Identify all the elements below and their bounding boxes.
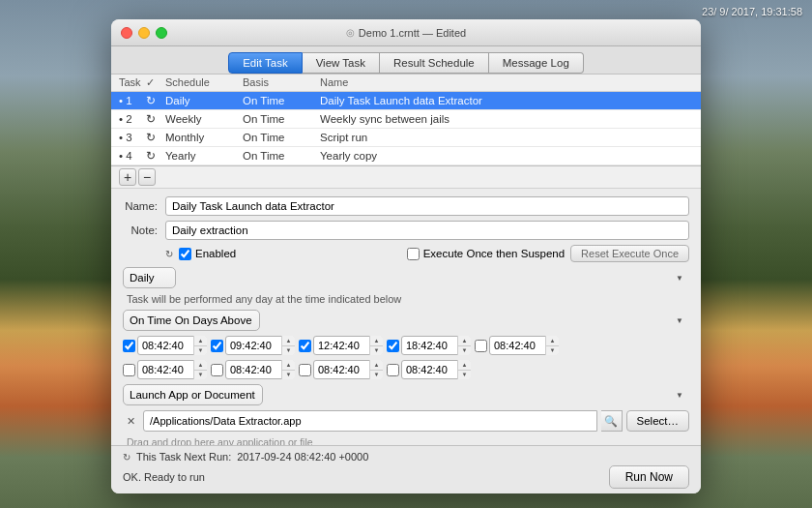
time-down-1[interactable]: ▼ [194,346,207,356]
time-item: ▲ ▼ [123,360,207,379]
time-item: ▲ ▼ [211,336,295,355]
time-stepper-5: ▲ ▼ [545,336,559,355]
status-text: OK. Ready to run [123,471,205,483]
time-item: ▲ ▼ [299,336,383,355]
time-checkbox-8[interactable] [299,364,311,376]
note-input[interactable] [165,221,689,240]
time-up-3[interactable]: ▲ [370,336,383,346]
window-title-text: Demo 1.crntt — Edited [359,27,466,39]
time-stepper-3: ▲ ▼ [369,336,383,355]
window-title: ◎ Demo 1.crntt — Edited [346,27,466,39]
time-item: ▲ ▼ [299,360,383,379]
table-row[interactable]: • 2 ↻ Weekly On Time Weekly sync between… [111,110,701,129]
time-up-8[interactable]: ▲ [370,360,383,371]
time-checkbox-2[interactable] [211,340,223,352]
basis-select[interactable]: On Time On Days Above On Time On Day [123,310,260,331]
time-up-9[interactable]: ▲ [458,360,471,371]
maximize-button[interactable] [156,27,167,39]
refresh-icon: ↻ [146,94,165,107]
minimize-button[interactable] [138,27,150,39]
reset-execute-button[interactable]: Reset Execute Once [570,245,689,262]
select-file-button[interactable]: Select… [626,410,689,432]
form-area: Name: Note: ↻ Enabled [111,189,701,445]
time-stepper-9: ▲ ▼ [457,360,471,379]
traffic-lights [121,27,167,39]
time-item: ▲ ▼ [387,336,471,355]
tab-result-schedule[interactable]: Result Schedule [380,52,489,74]
launch-dropdown-row: Launch App or Document Run Script Open U… [123,384,689,405]
time-down-2[interactable]: ▼ [282,346,295,356]
next-run-label: This Task Next Run: [136,451,231,463]
titlebar: ◎ Demo 1.crntt — Edited [111,19,701,46]
tab-bar: Edit Task View Task Result Schedule Mess… [111,46,701,75]
enabled-checkbox[interactable] [179,248,191,260]
launch-select[interactable]: Launch App or Document Run Script Open U… [123,384,263,405]
filepath-input[interactable] [143,410,597,432]
execute-once-label[interactable]: Execute Once then Suspend [407,248,565,260]
document-icon: ◎ [346,27,355,38]
remove-task-button[interactable]: − [138,168,156,186]
time-input-wrapper: ▲ ▼ [225,336,295,355]
time-input-wrapper: ▲ ▼ [401,336,471,355]
time-checkbox-1[interactable] [123,340,135,352]
time-up-2[interactable]: ▲ [282,336,295,346]
launch-select-wrapper: Launch App or Document Run Script Open U… [123,384,689,405]
time-input-wrapper: ▲ ▼ [137,360,207,379]
add-task-button[interactable]: + [119,168,136,186]
time-checkbox-6[interactable] [123,364,135,376]
time-down-9[interactable]: ▼ [458,371,471,380]
time-down-5[interactable]: ▼ [546,346,559,356]
time-down-8[interactable]: ▼ [370,371,383,380]
table-row[interactable]: • 3 ↻ Monthly On Time Script run [111,129,701,147]
time-checkbox-7[interactable] [211,364,223,376]
tab-message-log[interactable]: Message Log [489,52,584,74]
tab-edit-task[interactable]: Edit Task [228,52,302,74]
time-up-7[interactable]: ▲ [282,360,295,371]
time-up-5[interactable]: ▲ [546,336,559,346]
time-checkbox-3[interactable] [299,340,311,352]
basis-select-wrapper: On Time On Days Above On Time On Day [123,310,689,331]
time-grid-row2: ▲ ▼ ▲ ▼ [123,360,689,379]
time-up-6[interactable]: ▲ [194,360,207,371]
time-down-7[interactable]: ▼ [282,371,295,380]
time-item: ▲ ▼ [387,360,471,379]
schedule-select-wrapper: Daily Weekly Monthly Yearly [123,267,689,288]
time-checkbox-5[interactable] [475,340,487,352]
refresh-icon: ↻ [146,112,165,126]
schedule-select[interactable]: Daily Weekly Monthly Yearly [123,267,176,288]
content-area: Task ✓ Schedule Basis Name • 1 ↻ Daily O… [111,75,701,493]
time-down-3[interactable]: ▼ [370,346,383,356]
time-stepper-2: ▲ ▼ [281,336,295,355]
row-basis: On Time [243,95,320,106]
filepath-row: ✕ 🔍 Select… [123,410,689,432]
name-label: Name: [123,200,158,212]
time-input-wrapper: ▲ ▼ [225,360,295,379]
execute-once-checkbox[interactable] [407,248,420,260]
row-schedule: Weekly [165,113,243,125]
time-up-1[interactable]: ▲ [194,336,207,346]
time-checkbox-4[interactable] [387,340,399,352]
time-input-wrapper: ▲ ▼ [137,336,207,355]
col-basis: Basis [243,76,320,89]
time-grid-row1: ▲ ▼ ▲ ▼ [123,336,689,355]
close-button[interactable] [121,27,132,39]
enabled-checkbox-label[interactable]: Enabled [179,248,236,260]
table-row[interactable]: • 1 ↻ Daily On Time Daily Task Launch da… [111,92,701,110]
search-filepath-button[interactable]: 🔍 [601,410,623,432]
time-down-4[interactable]: ▼ [458,346,471,356]
tab-view-task[interactable]: View Task [303,52,380,74]
row-name: Daily Task Launch data Extractor [320,95,693,106]
enabled-section: ↻ Enabled [165,248,236,260]
time-up-4[interactable]: ▲ [458,336,471,346]
refresh-anim-icon: ↻ [123,452,130,463]
time-down-6[interactable]: ▼ [194,371,207,380]
row-schedule: Monthly [165,132,243,143]
run-now-button[interactable]: Run Now [609,465,689,489]
name-input[interactable] [165,196,689,216]
table-row[interactable]: • 4 ↻ Yearly On Time Yearly copy [111,147,701,165]
time-item: ▲ ▼ [475,336,559,355]
time-checkbox-9[interactable] [387,364,399,376]
clear-filepath-button[interactable]: ✕ [123,415,139,428]
refresh-icon: ↻ [146,149,165,163]
col-task: Task [119,76,146,89]
